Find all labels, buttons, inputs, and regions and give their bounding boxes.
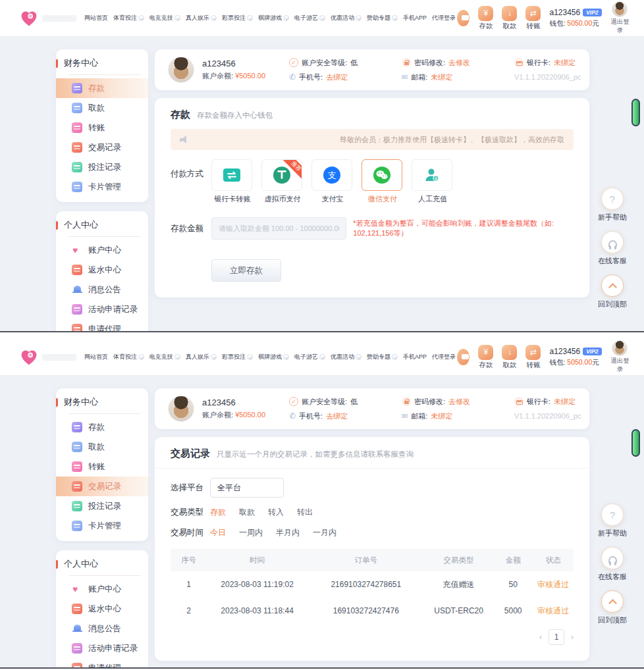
nav-link-lottery[interactable]: 彩票投注 [221,351,254,363]
sidebar-item-withdraw[interactable]: 取款 [56,98,148,118]
sidebar-item-card-management[interactable]: 卡片管理 [56,516,148,536]
nav-link-agent-login[interactable]: 代理登录 [431,351,457,363]
sidebar-item-account-center[interactable]: 账户中心 [56,579,148,599]
status-badge: 审核通过 [533,579,574,590]
sidebar-item-activity-application-records[interactable]: 活动申请记录 [56,299,148,319]
message-icon[interactable] [457,349,470,365]
sidebar-item-account-center[interactable]: 账户中心 [56,240,148,260]
float-back-to-top[interactable]: 回到顶部 [591,274,633,309]
quick-action-deposit[interactable]: ¥存款 [478,345,493,370]
bind-phone-link[interactable]: 去绑定 [326,411,348,421]
change-password-link[interactable]: 去修改 [448,58,470,68]
title-bar [56,59,58,68]
quick-action-withdraw[interactable]: ↓取款 [502,345,517,370]
usdt-icon [273,166,291,184]
float-online-service[interactable]: 在线客服 [591,231,633,266]
deposit-submit-button[interactable]: 立即存款 [211,259,281,282]
type-option-withdraw[interactable]: 取款 [239,507,255,518]
payment-method-wechat[interactable]: 微信支付 [362,159,404,204]
sidebar-item-transaction-records[interactable]: 交易记录 [56,138,148,157]
nav-link-board-games[interactable]: 棋牌游戏 [257,351,290,363]
brand-logo[interactable] [20,348,76,367]
user-info-card: a123456 账户余额: ¥5050.00 账户安全等级:低 密码修改:去修改… [155,49,589,90]
sidebar-item-announcements[interactable]: 消息公告 [56,280,148,299]
sidebar-item-rebate-center[interactable]: 返水中心 [56,260,148,280]
bind-email-link[interactable]: 未绑定 [431,72,452,82]
nav-link-sports[interactable]: 体育投注 [112,13,146,24]
sidebar-item-betting-records[interactable]: 投注记录 [56,157,148,177]
nav-link-home[interactable]: 网站首页 [83,13,109,24]
float-newbie-help[interactable]: 新手帮助 [591,503,633,538]
nav-link-promotions[interactable]: 优惠活动 [329,13,363,24]
nav-link-sports[interactable]: 体育投注 [112,351,146,363]
nav-link-lottery[interactable]: 彩票投注 [221,13,254,24]
time-option-today[interactable]: 今日 [210,527,226,538]
sidebar-item-card-management[interactable]: 卡片管理 [56,177,148,197]
sidebar-item-deposit[interactable]: 存款 [56,417,148,437]
float-newbie-help[interactable]: 新手帮助 [591,188,633,222]
sidebar-item-transfer[interactable]: 转账 [56,457,148,477]
float-back-to-top[interactable]: 回到顶部 [591,590,633,625]
logout-button[interactable]: 退出登录 [610,340,630,374]
time-option-month[interactable]: 一月内 [313,527,336,538]
bind-bankcard-link[interactable]: 未绑定 [554,58,576,68]
sidebar-item-apply-agent[interactable]: 申请代理 [56,319,148,332]
email-status: 邮箱:未绑定 [402,411,510,421]
time-option-half-month[interactable]: 半月内 [276,527,300,538]
nav-link-live-casino[interactable]: 真人娱乐 [184,351,218,363]
change-password-link[interactable]: 去修改 [448,397,470,407]
quick-action-deposit[interactable]: ¥存款 [478,6,493,31]
nav-link-mobile-app[interactable]: 手机APP [402,351,428,363]
scrollbar-thumb[interactable] [631,99,640,126]
payment-method-manual[interactable]: ¥ 人工充值 [412,159,454,204]
prev-page-button[interactable]: ‹ [539,632,542,642]
sidebar-item-activity-application-records[interactable]: 活动申请记录 [56,638,148,658]
payment-method-crypto[interactable]: 推荐 虚拟币支付 [261,159,304,204]
sidebar-item-transfer[interactable]: 转账 [56,118,148,138]
sidebar-item-betting-records[interactable]: 投注记录 [56,496,148,516]
page-number[interactable]: 1 [549,629,564,645]
nav-link-mobile-app[interactable]: 手机APP [402,13,428,24]
sidebar-item-rebate-center[interactable]: 返水中心 [56,599,148,619]
bind-phone-link[interactable]: 去绑定 [326,72,348,82]
payment-method-alipay[interactable]: 支 支付宝 [311,159,354,204]
time-option-week[interactable]: 一周内 [239,527,263,538]
float-online-service[interactable]: 在线客服 [591,547,633,582]
sidebar-item-apply-agent[interactable]: 申请代理 [56,658,148,669]
nav-link-board-games[interactable]: 棋牌游戏 [257,13,290,24]
sidebar-item-announcements[interactable]: 消息公告 [56,619,148,638]
bind-bankcard-link[interactable]: 未绑定 [554,397,576,407]
type-option-transfer-out[interactable]: 转出 [297,507,313,518]
payment-method-bank-transfer[interactable]: 银行卡转账 [211,159,254,204]
nav-link-home[interactable]: 网站首页 [83,351,109,363]
deposit-amount-input[interactable] [211,217,346,240]
password-change: 密码修改:去修改 [402,58,510,68]
sidebar-item-transaction-records[interactable]: 交易记录 [56,477,148,496]
scrollbar-thumb[interactable] [631,429,640,457]
message-icon[interactable] [457,10,470,26]
quick-action-transfer[interactable]: ⇄转账 [525,345,541,370]
sidebar-item-withdraw[interactable]: 取款 [56,437,148,457]
nav-link-esports[interactable]: 电竞竞技 [148,351,182,363]
nav-link-promotions[interactable]: 优惠活动 [329,351,363,363]
nav-link-sponsorship[interactable]: 赞助专题 [365,13,399,24]
type-option-transfer-in[interactable]: 转入 [268,507,284,518]
nav-link-slots[interactable]: 电子游艺 [293,13,327,24]
nav-link-live-casino[interactable]: 真人娱乐 [184,13,218,24]
logout-button[interactable]: 退出登录 [610,1,630,35]
type-option-deposit[interactable]: 存款 [210,507,226,518]
panel-subtitle: 只显示近一个月的交易记录，如需更多信息请联系客服查询 [217,450,414,459]
platform-select[interactable]: 全平台 [210,478,284,498]
brand-logo[interactable] [20,9,76,28]
quick-action-withdraw[interactable]: ↓取款 [502,6,517,31]
manual-topup-icon: ¥ [423,166,441,184]
nav-link-agent-login[interactable]: 代理登录 [431,13,457,24]
bind-email-link[interactable]: 未绑定 [431,411,452,421]
nav-link-esports[interactable]: 电竞竞技 [148,13,182,24]
sidebar-item-deposit[interactable]: 存款 [56,78,148,98]
version-label: V1.1.1.20220906_pc [514,73,581,81]
next-page-button[interactable]: › [571,632,574,642]
nav-link-slots[interactable]: 电子游艺 [293,351,327,363]
nav-link-sponsorship[interactable]: 赞助专题 [365,351,399,363]
quick-action-transfer[interactable]: ⇄转账 [525,6,541,31]
